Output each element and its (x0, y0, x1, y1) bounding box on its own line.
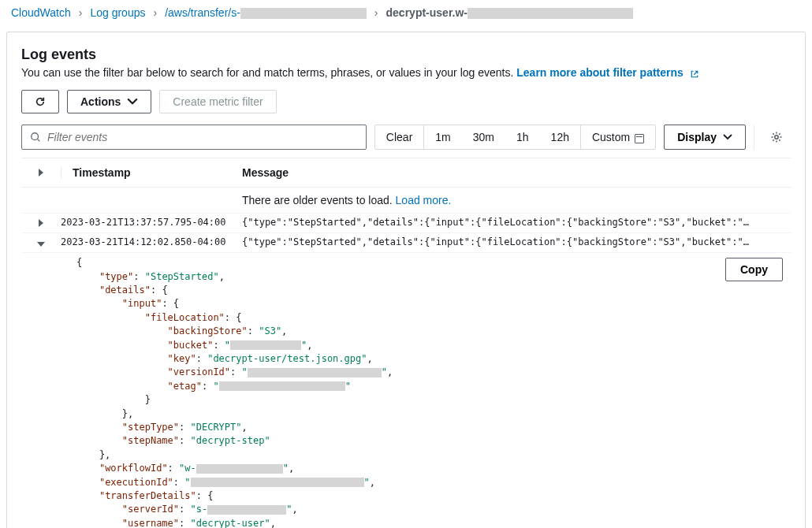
log-events-panel: Log events You can use the filter bar be… (6, 32, 806, 528)
breadcrumb-sep: › (374, 6, 378, 19)
breadcrumb-sep: › (153, 6, 157, 19)
svg-point-1 (775, 136, 778, 139)
search-icon (30, 132, 41, 143)
range-custom[interactable]: Custom (581, 125, 655, 149)
breadcrumb-root[interactable]: CloudWatch (11, 6, 71, 19)
expand-toggle[interactable] (21, 217, 61, 229)
panel-title: Log events (21, 46, 791, 63)
log-message: {"type":"StepStarted","details":{"input"… (242, 217, 791, 228)
chevron-down-icon (127, 96, 138, 107)
range-1h[interactable]: 1h (505, 125, 540, 149)
older-events-row: There are older events to load. Load mor… (21, 188, 791, 213)
gear-icon (770, 131, 783, 143)
header-message[interactable]: Message (242, 166, 791, 179)
svg-point-0 (32, 133, 39, 140)
copy-button[interactable]: Copy (725, 258, 783, 281)
breadcrumb-loggroups[interactable]: Log groups (90, 6, 145, 19)
breadcrumb: CloudWatch › Log groups › /aws/transfer/… (0, 0, 812, 25)
display-button[interactable]: Display (664, 125, 746, 150)
log-row: 2023-03-21T13:37:57.795-04:00 {"type":"S… (21, 213, 791, 232)
filter-events-input-wrap[interactable] (21, 125, 367, 150)
log-message: {"type":"StepStarted","details":{"input"… (242, 236, 791, 247)
range-clear[interactable]: Clear (375, 125, 423, 149)
expanded-json: Copy { "type": "StepStarted", "details":… (21, 252, 791, 528)
panel-subtitle: You can use the filter bar below to sear… (21, 66, 791, 79)
refresh-button[interactable] (21, 90, 59, 113)
chevron-down-icon (723, 134, 732, 140)
range-30m[interactable]: 30m (462, 125, 505, 149)
time-range-group: Clear 1m 30m 1h 12h Custom (374, 125, 656, 150)
breadcrumb-stream: decrypt-user.w- (386, 6, 633, 19)
settings-button[interactable] (762, 125, 791, 150)
actions-button[interactable]: Actions (67, 90, 151, 113)
collapse-toggle[interactable] (21, 236, 61, 249)
range-12h[interactable]: 12h (540, 125, 580, 149)
log-row: 2023-03-21T14:12:02.850-04:00 {"type":"S… (21, 232, 791, 252)
breadcrumb-sep: › (79, 6, 83, 19)
learn-more-link[interactable]: Learn more about filter patterns (516, 66, 698, 79)
log-timestamp: 2023-03-21T14:12:02.850-04:00 (61, 236, 242, 247)
header-timestamp[interactable]: Timestamp (61, 166, 242, 179)
filter-events-input[interactable] (47, 125, 358, 149)
breadcrumb-loggroup[interactable]: /aws/transfer/s- (165, 6, 367, 19)
load-more-link[interactable]: Load more. (396, 194, 452, 206)
table-header: Timestamp Message (21, 158, 791, 188)
calendar-icon (635, 134, 644, 143)
external-link-icon (690, 69, 699, 79)
expand-all[interactable] (21, 166, 61, 179)
range-1m[interactable]: 1m (424, 125, 461, 149)
log-timestamp: 2023-03-21T13:37:57.795-04:00 (61, 217, 242, 228)
create-metric-filter-button: Create metric filter (159, 90, 276, 113)
refresh-icon (35, 96, 46, 107)
